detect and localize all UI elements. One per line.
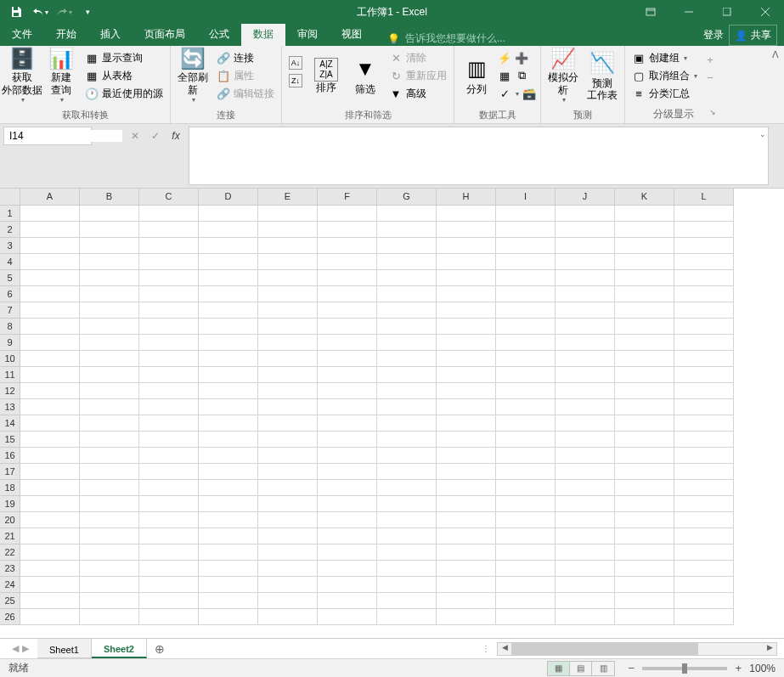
cell[interactable] (437, 206, 496, 222)
cell[interactable] (674, 432, 734, 448)
cell[interactable] (377, 496, 437, 512)
zoom-slider[interactable] (642, 667, 727, 670)
cell[interactable] (615, 480, 674, 496)
cell[interactable] (674, 302, 734, 319)
cell[interactable] (20, 512, 80, 528)
cell[interactable] (615, 206, 674, 222)
cell[interactable] (674, 593, 734, 609)
cell[interactable] (556, 432, 615, 448)
cell[interactable] (437, 432, 496, 448)
row-header[interactable]: 4 (0, 254, 20, 270)
cell[interactable] (496, 464, 556, 480)
cell[interactable] (496, 448, 556, 464)
cell[interactable] (199, 302, 258, 319)
cell[interactable] (318, 270, 377, 286)
cell[interactable] (377, 544, 437, 561)
cell[interactable] (199, 512, 258, 528)
cell[interactable] (20, 577, 80, 593)
cell[interactable] (377, 367, 437, 383)
cell[interactable] (377, 609, 437, 625)
cell[interactable] (80, 222, 139, 238)
tab-page-layout[interactable]: 页面布局 (133, 23, 197, 46)
cell[interactable] (556, 335, 615, 351)
cell[interactable] (139, 577, 199, 593)
tab-home[interactable]: 开始 (44, 23, 88, 46)
cell[interactable] (318, 254, 377, 270)
cell[interactable] (139, 432, 199, 448)
cell[interactable] (556, 577, 615, 593)
cell[interactable] (80, 528, 139, 544)
cell[interactable] (139, 496, 199, 512)
cell[interactable] (437, 448, 496, 464)
name-box[interactable] (4, 130, 142, 142)
cell[interactable] (496, 512, 556, 528)
scroll-right-button[interactable]: ▶ (763, 643, 776, 655)
cell[interactable] (258, 609, 318, 625)
cell[interactable] (199, 464, 258, 480)
cell[interactable] (615, 544, 674, 561)
data-validation-button[interactable]: ✓▾ (497, 85, 520, 102)
tab-review[interactable]: 审阅 (285, 23, 330, 46)
cell[interactable] (674, 206, 734, 222)
cell[interactable] (139, 399, 199, 415)
cell[interactable] (556, 415, 615, 432)
cell[interactable] (258, 496, 318, 512)
cell[interactable] (496, 351, 556, 367)
cell[interactable] (556, 270, 615, 286)
cell[interactable] (199, 367, 258, 383)
scroll-left-button[interactable]: ◀ (498, 643, 511, 655)
cell[interactable] (377, 302, 437, 319)
cell[interactable] (674, 399, 734, 415)
row-header[interactable]: 3 (0, 238, 20, 254)
zoom-level[interactable]: 100% (749, 663, 776, 674)
cell[interactable] (258, 286, 318, 302)
cell[interactable] (496, 302, 556, 319)
cell[interactable] (80, 254, 139, 270)
cell[interactable] (437, 383, 496, 399)
cell[interactable] (139, 319, 199, 335)
row-header[interactable]: 9 (0, 335, 20, 351)
row-header[interactable]: 22 (0, 544, 20, 561)
cell[interactable] (615, 561, 674, 577)
cell[interactable] (496, 432, 556, 448)
cell[interactable] (556, 367, 615, 383)
cell[interactable] (20, 367, 80, 383)
cell[interactable] (437, 302, 496, 319)
cell[interactable] (377, 222, 437, 238)
cell[interactable] (20, 415, 80, 432)
cell[interactable] (556, 206, 615, 222)
cell[interactable] (139, 367, 199, 383)
cell[interactable] (556, 238, 615, 254)
cell[interactable] (496, 335, 556, 351)
cell[interactable] (377, 270, 437, 286)
cell[interactable] (20, 383, 80, 399)
ribbon-options-button[interactable] (631, 0, 669, 24)
new-query-button[interactable]: 📊新建 查询▾ (42, 48, 80, 104)
cell[interactable] (199, 399, 258, 415)
cell[interactable] (377, 593, 437, 609)
cell[interactable] (377, 561, 437, 577)
cell[interactable] (437, 528, 496, 544)
cell[interactable] (20, 399, 80, 415)
cell[interactable] (258, 351, 318, 367)
cell[interactable] (139, 222, 199, 238)
cell[interactable] (20, 302, 80, 319)
cell[interactable] (199, 383, 258, 399)
cell[interactable] (258, 222, 318, 238)
cell[interactable] (199, 238, 258, 254)
cell[interactable] (80, 512, 139, 528)
cell[interactable] (318, 286, 377, 302)
cell[interactable] (139, 335, 199, 351)
cell[interactable] (20, 270, 80, 286)
column-header[interactable]: B (80, 189, 139, 206)
cell[interactable] (496, 528, 556, 544)
cell[interactable] (80, 302, 139, 319)
cell[interactable] (258, 464, 318, 480)
cell[interactable] (20, 351, 80, 367)
sheet-tab-sheet1[interactable]: Sheet1 (37, 639, 92, 658)
cell[interactable] (20, 528, 80, 544)
cell[interactable] (20, 496, 80, 512)
cell[interactable] (258, 383, 318, 399)
cell[interactable] (556, 512, 615, 528)
cell[interactable] (318, 448, 377, 464)
